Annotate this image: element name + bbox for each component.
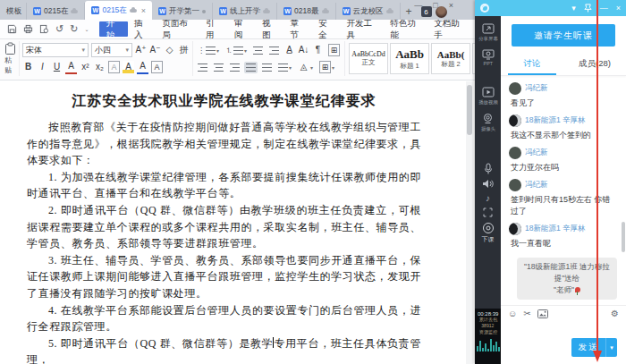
- ribbon-tab-references[interactable]: 引用: [199, 21, 227, 37]
- panel-close-icon[interactable]: ×: [616, 4, 621, 13]
- numbered-list-button[interactable]: ⒈▾: [224, 44, 249, 57]
- align-left-button[interactable]: [196, 62, 209, 73]
- ribbon-tab-review[interactable]: 审阅: [228, 21, 256, 37]
- shrink-font-button[interactable]: A⁻: [149, 44, 161, 56]
- ribbon-tab-section[interactable]: 章节: [284, 21, 312, 37]
- class-end-button[interactable]: 下课: [482, 222, 495, 244]
- font-color-button[interactable]: A: [137, 60, 148, 74]
- char-effects-button[interactable]: A: [108, 61, 120, 73]
- ribbon-tab-page-layout[interactable]: 页面布局: [156, 21, 199, 37]
- camera-button[interactable]: 摄像头: [480, 113, 496, 133]
- gift-message: "18级新能源1班 迪力穆拉提"送给 "老师": [517, 258, 617, 300]
- message-sender: 冯纪新: [525, 180, 548, 190]
- scissors-icon[interactable]: ✂: [523, 309, 530, 318]
- print-preview-icon[interactable]: [39, 24, 49, 34]
- redo-icon[interactable]: ↻: [70, 23, 78, 35]
- ribbon-tab-home[interactable]: 开始: [99, 21, 127, 37]
- style-heading2[interactable]: AaBb( 标题 2: [431, 43, 470, 74]
- window-controls: — □ ×: [414, 1, 453, 10]
- pin-icon[interactable]: [584, 4, 592, 13]
- style-normal[interactable]: AaBbCcDd 正文: [349, 43, 388, 74]
- scrollbar-thumb[interactable]: [467, 85, 472, 135]
- document-scrollbar[interactable]: [466, 81, 473, 364]
- chat-input-toolbar: ☺ ✂ ⚙: [501, 305, 626, 321]
- shading-button[interactable]: ◬▾: [296, 59, 315, 75]
- settings-gear-icon[interactable]: ⚙: [611, 309, 619, 318]
- play-video-button[interactable]: 播放视频: [478, 87, 499, 106]
- paste-label: 粘贴: [4, 55, 16, 75]
- close-button[interactable]: ×: [449, 1, 453, 10]
- ribbon-tab-view[interactable]: 视图: [256, 21, 283, 37]
- send-options-arrow[interactable]: ▾: [605, 338, 617, 357]
- show-marks-button[interactable]: ¶: [312, 44, 324, 56]
- font-name-select[interactable]: 宋体 ▾: [22, 43, 89, 57]
- doc-tab-yunlong[interactable]: W 云龙校区: [336, 3, 401, 20]
- ribbon-tab-developer[interactable]: 开发工具: [340, 21, 384, 37]
- align-right-button[interactable]: [228, 62, 241, 73]
- insert-table-icon[interactable]: ⊞: [326, 42, 342, 58]
- share-screen-button[interactable]: 分享屏幕: [478, 23, 499, 43]
- font-size-select[interactable]: 小四 ▾: [91, 43, 132, 57]
- ribbon-tab-special-features[interactable]: 特色功能: [384, 21, 427, 37]
- decrease-indent-button[interactable]: [251, 45, 265, 56]
- bullet-list-button[interactable]: ⋮▾: [196, 45, 221, 56]
- clear-format-button[interactable]: ◇: [164, 44, 175, 56]
- doc-tab-0215-active[interactable]: W 0215在 ×: [85, 1, 152, 20]
- minimize-button[interactable]: —: [414, 1, 422, 10]
- emoji-icon[interactable]: ☺: [508, 309, 517, 318]
- maximize-button[interactable]: □: [433, 1, 437, 10]
- doc-tab-0215-1[interactable]: W 0215在: [27, 3, 85, 20]
- send-row: 发送 ▾: [501, 338, 626, 364]
- fullscreen-button[interactable]: [483, 207, 493, 217]
- tab-members[interactable]: 成员(28): [563, 53, 626, 75]
- chat-scrollbar-thumb[interactable]: [622, 222, 625, 252]
- borders-button[interactable]: ⊞▾: [317, 59, 336, 75]
- char-scale-button[interactable]: A̲: [283, 44, 295, 56]
- doc-tab-0218[interactable]: W 0218最: [277, 3, 335, 20]
- quick-access-toolbar: ↺ ↻ ⌄: [4, 23, 92, 35]
- char-border-button[interactable]: A: [151, 61, 163, 73]
- strikethrough-button[interactable]: A: [65, 60, 77, 74]
- phonetic-guide-button[interactable]: 拼: [178, 44, 190, 56]
- save-icon[interactable]: [7, 24, 17, 34]
- invite-students-button[interactable]: 邀请学生听课: [512, 24, 615, 47]
- ribbon-tab-security[interactable]: 安全: [312, 21, 340, 37]
- tab-discussion[interactable]: 讨论: [501, 53, 563, 75]
- line-spacing-button[interactable]: ▾: [276, 62, 293, 73]
- tab-close-icon[interactable]: ×: [141, 6, 146, 15]
- align-center-button[interactable]: [212, 62, 225, 73]
- chat-tabs: 讨论 成员(28): [501, 53, 626, 76]
- highlight-color-button[interactable]: A: [123, 61, 134, 73]
- print-icon[interactable]: [23, 24, 33, 34]
- superscript-button[interactable]: x²: [80, 61, 91, 73]
- style-heading1[interactable]: AaBb 标题 1: [390, 43, 429, 74]
- panel-dropdown-icon[interactable]: ▾: [571, 4, 576, 13]
- subscript-button[interactable]: x₂: [94, 61, 106, 73]
- panel-titlebar[interactable]: ▾ — ×: [475, 0, 626, 16]
- music-button[interactable]: ♪: [486, 193, 490, 203]
- ribbon-tab-insert[interactable]: 插入: [128, 21, 156, 37]
- justify-button[interactable]: [244, 62, 258, 73]
- microphone-button[interactable]: [484, 163, 493, 174]
- ppt-button[interactable]: PPT: [482, 49, 495, 66]
- paste-button[interactable]: 粘贴: [2, 41, 20, 76]
- bold-button[interactable]: B: [22, 61, 34, 73]
- underline-button[interactable]: U: [51, 61, 63, 73]
- doc-tab-template[interactable]: 模板: [0, 3, 27, 20]
- panel-minimize-icon[interactable]: —: [600, 4, 608, 13]
- grow-font-button[interactable]: A⁺: [135, 44, 147, 56]
- italic-button[interactable]: I: [37, 61, 48, 73]
- increase-indent-button[interactable]: [267, 45, 281, 56]
- image-icon[interactable]: [537, 309, 548, 318]
- doc-tab-xianshang[interactable]: W 线上开学: [213, 3, 277, 20]
- doc-tab-kaixue[interactable]: W 开学第一: [152, 3, 213, 20]
- sort-button[interactable]: A↓: [298, 44, 309, 56]
- quick-access-more-icon[interactable]: ⌄: [84, 26, 89, 32]
- speaker-button[interactable]: [482, 179, 494, 189]
- ribbon-tab-doc-assistant[interactable]: 文档助手: [427, 21, 471, 37]
- document-canvas[interactable]: 江苏安全技术职业学院在线教学课堂纪律要求 按照教育部《关于在疫情防控期间做好普通…: [0, 81, 464, 364]
- chat-input-field[interactable]: [501, 321, 626, 338]
- message-list[interactable]: 冯纪新 看见了 18新能源1 辛厚林 我这不显示那个签到的 冯纪新 艾力亚尔在吗…: [501, 76, 626, 255]
- undo-icon[interactable]: ↺: [55, 23, 63, 35]
- distribute-button[interactable]: [260, 62, 274, 73]
